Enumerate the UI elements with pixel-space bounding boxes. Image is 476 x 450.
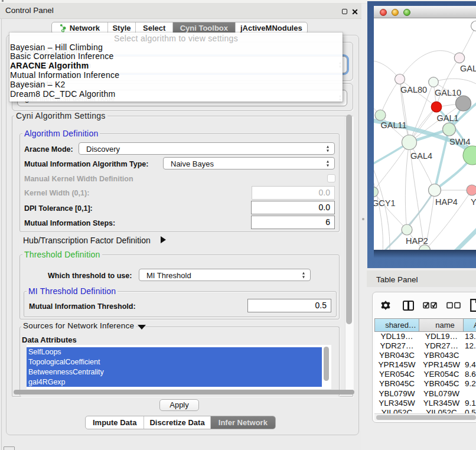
svg-text:SWI4: SWI4 [449, 137, 470, 146]
svg-text:HAP2: HAP2 [406, 236, 428, 246]
svg-text:HAP4: HAP4 [435, 197, 458, 207]
svg-text:GAL80: GAL80 [400, 85, 427, 94]
svg-text:GAL4: GAL4 [410, 151, 432, 161]
svg-text:GAL1: GAL1 [437, 113, 459, 123]
svg-text:GAL7: GAL7 [460, 64, 476, 73]
svg-text:GAL11: GAL11 [381, 120, 407, 130]
svg-text:Y: Y [471, 197, 476, 207]
svg-text:GAL10: GAL10 [435, 88, 461, 97]
svg-text:GCY1: GCY1 [374, 198, 396, 208]
